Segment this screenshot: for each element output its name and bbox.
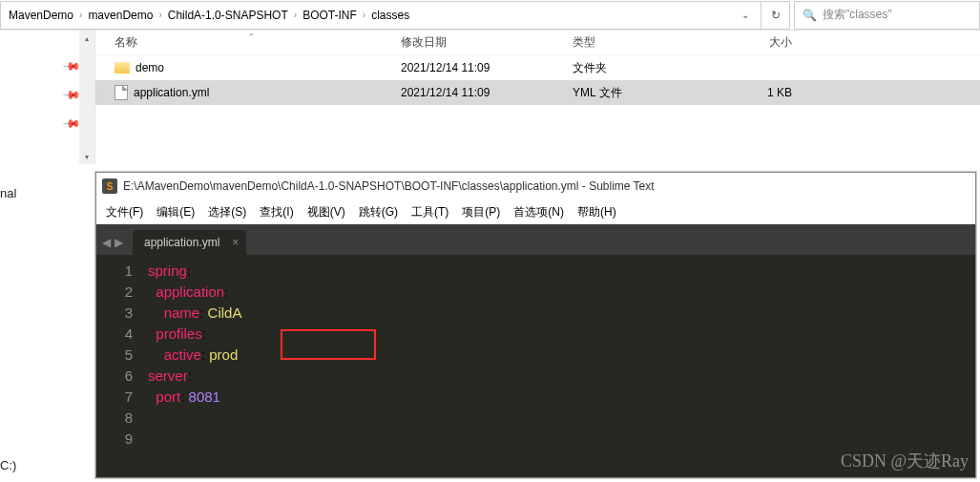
menu-edit[interactable]: 编辑(E)	[151, 202, 200, 222]
col-date[interactable]: 修改日期	[401, 34, 573, 51]
chevron-down-icon[interactable]: ⌄	[734, 10, 757, 20]
menu-tools[interactable]: 工具(T)	[406, 202, 454, 222]
col-type[interactable]: 类型	[573, 34, 716, 51]
cut-text: C:)	[0, 458, 16, 472]
cut-text: nal	[0, 186, 16, 200]
menu-prefs[interactable]: 首选项(N)	[508, 202, 570, 222]
sort-indicator-icon: ⌃	[248, 32, 255, 41]
scroll-down-icon[interactable]: ▾	[79, 149, 94, 164]
menu-view[interactable]: 视图(V)	[302, 202, 351, 222]
chevron-right-icon: ›	[156, 10, 163, 20]
chevron-right-icon: ›	[292, 10, 299, 20]
nav-pane[interactable]: 📌 📌 📌 ▴ ▾	[0, 31, 95, 164]
editor[interactable]: 123 456 789 spring: application: name: C…	[96, 255, 975, 477]
col-size[interactable]: 大小	[716, 34, 811, 51]
menu-help[interactable]: 帮助(H)	[572, 202, 622, 222]
scroll-up-icon[interactable]: ▴	[79, 31, 94, 46]
menu-find[interactable]: 查找(I)	[254, 202, 299, 222]
file-name: demo	[136, 61, 164, 74]
file-row-yml[interactable]: application.yml 2021/12/14 11:09 YML 文件 …	[95, 80, 980, 105]
line-gutter: 123 456 789	[96, 255, 142, 477]
breadcrumb-item[interactable]: classes	[367, 9, 413, 22]
file-type: 文件夹	[573, 60, 716, 76]
search-placeholder: 搜索"classes"	[823, 7, 892, 23]
window-title: E:\AMavenDemo\mavenDemo\ChildA-1.0-SNAPS…	[123, 179, 655, 193]
search-icon: 🔍	[803, 9, 817, 22]
menu-goto[interactable]: 跳转(G)	[353, 202, 404, 222]
editor-tab[interactable]: application.yml ×	[133, 230, 246, 255]
file-icon	[115, 85, 128, 100]
refresh-button[interactable]: ↻	[761, 1, 790, 30]
breadcrumb-item[interactable]: ChildA-1.0-SNAPSHOT	[164, 9, 292, 22]
sublime-window: S E:\AMavenDemo\mavenDemo\ChildA-1.0-SNA…	[95, 172, 976, 478]
code-area[interactable]: spring: application: name: CildA profile…	[142, 255, 975, 477]
breadcrumb-item[interactable]: mavenDemo	[84, 9, 156, 22]
close-icon[interactable]: ×	[232, 236, 239, 249]
file-date: 2021/12/14 11:09	[401, 86, 573, 99]
chevron-right-icon: ›	[361, 10, 367, 20]
sublime-logo-icon: S	[102, 178, 117, 194]
file-list: ⌃ 名称 修改日期 类型 大小 demo 2021/12/14 11:09 文件…	[95, 31, 980, 164]
chevron-right-icon: ›	[77, 10, 84, 20]
address-bar[interactable]: MavenDemo› mavenDemo› ChildA-1.0-SNAPSHO…	[0, 1, 761, 30]
nav-forward-icon[interactable]: ▶	[115, 236, 123, 249]
file-row-folder[interactable]: demo 2021/12/14 11:09 文件夹	[95, 55, 980, 80]
titlebar[interactable]: S E:\AMavenDemo\mavenDemo\ChildA-1.0-SNA…	[96, 173, 975, 199]
folder-icon	[115, 62, 130, 73]
refresh-icon: ↻	[771, 9, 781, 22]
scrollbar[interactable]: ▴ ▾	[79, 31, 94, 164]
file-name: application.yml	[134, 86, 209, 99]
search-input[interactable]: 🔍 搜索"classes"	[794, 1, 980, 30]
file-type: YML 文件	[573, 85, 716, 101]
column-headers[interactable]: 名称 修改日期 类型 大小	[95, 31, 980, 55]
tab-bar: ◀ ▶ application.yml ×	[96, 224, 975, 255]
menubar: 文件(F) 编辑(E) 选择(S) 查找(I) 视图(V) 跳转(G) 工具(T…	[96, 199, 975, 224]
tab-label: application.yml	[144, 236, 219, 249]
menu-select[interactable]: 选择(S)	[202, 202, 252, 222]
breadcrumb-item[interactable]: BOOT-INF	[299, 9, 361, 22]
nav-back-icon[interactable]: ◀	[102, 236, 111, 249]
menu-file[interactable]: 文件(F)	[100, 202, 149, 222]
file-size: 1 KB	[716, 86, 811, 99]
file-date: 2021/12/14 11:09	[401, 61, 573, 74]
breadcrumb-item[interactable]: MavenDemo	[5, 9, 77, 22]
menu-project[interactable]: 项目(P)	[456, 202, 506, 222]
